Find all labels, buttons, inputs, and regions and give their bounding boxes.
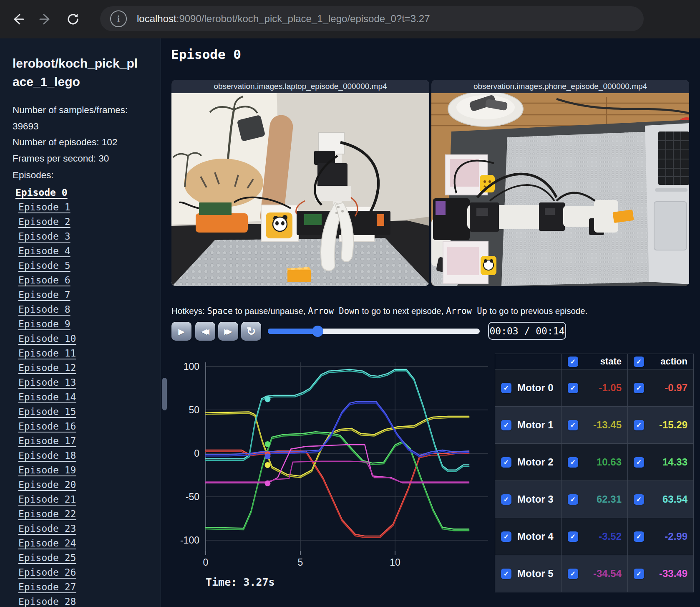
motor-1-state-checkbox[interactable]: ✓ <box>568 420 578 430</box>
motor-5-state-checkbox[interactable]: ✓ <box>568 569 578 579</box>
episode-link-2[interactable]: Episode 2 <box>18 216 71 227</box>
episode-link-14[interactable]: Episode 14 <box>18 392 76 402</box>
motor-name: Motor 4 <box>517 531 554 542</box>
svg-text:-50: -50 <box>186 491 199 502</box>
value: -2.99 <box>665 531 687 542</box>
episode-link-19[interactable]: Episode 19 <box>18 465 76 475</box>
url-bar[interactable]: i localhost:9090/lerobot/koch_pick_place… <box>100 6 644 31</box>
forward-button[interactable] <box>36 10 55 29</box>
value: -33.49 <box>659 568 687 579</box>
episode-link-21[interactable]: Episode 21 <box>18 494 76 505</box>
episode-link-17[interactable]: Episode 17 <box>18 435 76 446</box>
motor-1-checkbox[interactable]: ✓ <box>501 420 511 430</box>
episode-link-5[interactable]: Episode 5 <box>18 260 71 271</box>
state-column-checkbox[interactable]: ✓ <box>568 357 578 367</box>
motor-0-action-checkbox[interactable]: ✓ <box>634 383 644 393</box>
motor-3-action-checkbox[interactable]: ✓ <box>634 494 644 505</box>
motor-1-action-checkbox[interactable]: ✓ <box>634 420 644 430</box>
motor-3-checkbox[interactable]: ✓ <box>501 494 511 505</box>
stat-fps: Frames per second: 30 <box>13 151 138 167</box>
motor-2-action: ✓14.33 <box>628 444 694 481</box>
value: 14.33 <box>662 456 687 468</box>
motor-2-state: ✓10.63 <box>562 444 628 481</box>
episode-link-12[interactable]: Episode 12 <box>18 362 76 373</box>
loop-icon: ↻ <box>247 325 256 338</box>
motor-row-5-label: ✓Motor 5 <box>495 555 562 592</box>
motor-4-checkbox[interactable]: ✓ <box>501 531 511 542</box>
dataset-stats: Number of samples/frames: 39693 Number o… <box>13 102 138 167</box>
rewind-button[interactable]: ◀◀ <box>195 322 215 341</box>
episode-link-20[interactable]: Episode 20 <box>18 479 76 490</box>
motor-3-state-checkbox[interactable]: ✓ <box>568 494 578 505</box>
episode-link-27[interactable]: Episode 27 <box>18 582 76 592</box>
hotkeys-line: Hotkeys: Space to pause/unpause, Arrow D… <box>171 306 587 316</box>
motor-0-state: ✓-1.05 <box>562 369 628 407</box>
motor-5-action-checkbox[interactable]: ✓ <box>634 569 644 579</box>
episode-link-4[interactable]: Episode 4 <box>18 245 71 256</box>
motor-chart[interactable]: 100500-50-1000510 <box>171 355 492 576</box>
motor-row-4-label: ✓Motor 4 <box>495 518 562 555</box>
episode-link-24[interactable]: Episode 24 <box>18 538 76 549</box>
episode-link-15[interactable]: Episode 15 <box>18 406 76 417</box>
episode-link-9[interactable]: Episode 9 <box>18 319 71 329</box>
fast-forward-button[interactable]: ▶▶ <box>218 322 238 341</box>
episode-link-1[interactable]: Episode 1 <box>18 202 71 212</box>
url-text: localhost:9090/lerobot/koch_pick_place_1… <box>137 13 430 25</box>
episode-link-6[interactable]: Episode 6 <box>18 275 71 286</box>
chart-time-label: Time: 3.27s <box>206 576 275 588</box>
scrollbar-thumb[interactable] <box>162 378 167 410</box>
motor-5-action: ✓-33.49 <box>628 555 694 592</box>
episode-link-16[interactable]: Episode 16 <box>18 421 76 432</box>
value: 62.31 <box>597 493 622 505</box>
episode-link-0[interactable]: Episode 0 <box>15 187 68 198</box>
play-button[interactable]: ▶ <box>171 322 191 341</box>
slider-thumb[interactable] <box>312 326 323 337</box>
episode-link-18[interactable]: Episode 18 <box>18 450 76 461</box>
site-info-icon[interactable]: i <box>110 10 127 27</box>
episode-link-10[interactable]: Episode 10 <box>18 333 76 344</box>
video-phone: observation.images.phone_episode_000000.… <box>431 80 689 286</box>
url-path: :9090/lerobot/koch_pick_place_1_lego/epi… <box>176 13 430 24</box>
table-header-state: ✓ state <box>562 354 628 369</box>
value: -34.54 <box>593 568 622 579</box>
episode-link-23[interactable]: Episode 23 <box>18 523 76 534</box>
motor-1-action: ✓-15.29 <box>628 407 694 444</box>
episode-link-22[interactable]: Episode 22 <box>18 508 76 519</box>
url-host: localhost <box>137 13 176 24</box>
reload-button[interactable] <box>63 10 83 29</box>
back-button[interactable] <box>8 10 28 29</box>
episode-link-25[interactable]: Episode 25 <box>18 552 76 563</box>
hotkeys-text: to go to next episode, <box>360 306 446 316</box>
episode-link-7[interactable]: Episode 7 <box>18 289 71 300</box>
seek-slider[interactable] <box>268 325 480 338</box>
motor-0-checkbox[interactable]: ✓ <box>501 383 511 393</box>
loop-button[interactable]: ↻ <box>241 322 261 341</box>
table-header-empty <box>495 354 562 369</box>
action-column-checkbox[interactable]: ✓ <box>634 357 644 367</box>
forward-icon <box>38 12 53 26</box>
hotkeys-text: Hotkeys: <box>171 306 207 316</box>
motor-4-state-checkbox[interactable]: ✓ <box>568 531 578 542</box>
motor-name: Motor 1 <box>517 419 554 431</box>
episode-link-28[interactable]: Episode 28 <box>18 596 76 607</box>
hotkey-key: Arrow Down <box>308 306 359 316</box>
motor-2-action-checkbox[interactable]: ✓ <box>634 457 644 468</box>
motor-5-checkbox[interactable]: ✓ <box>501 569 511 579</box>
episode-link-13[interactable]: Episode 13 <box>18 377 76 388</box>
motor-0-state-checkbox[interactable]: ✓ <box>568 383 578 393</box>
episode-link-26[interactable]: Episode 26 <box>18 567 76 578</box>
motor-4-action: ✓-2.99 <box>628 518 694 555</box>
motor-4-action-checkbox[interactable]: ✓ <box>634 531 644 542</box>
main-content: Episode 0 observation.images.laptop_epis… <box>161 38 700 607</box>
episode-link-3[interactable]: Episode 3 <box>18 231 71 242</box>
value: -3.52 <box>599 531 622 542</box>
motor-row-1-label: ✓Motor 1 <box>495 407 562 444</box>
episode-link-11[interactable]: Episode 11 <box>18 348 76 359</box>
episode-link-8[interactable]: Episode 8 <box>18 304 71 315</box>
motor-2-state-checkbox[interactable]: ✓ <box>568 457 578 468</box>
motor-3-state: ✓62.31 <box>562 481 628 518</box>
motor-name: Motor 5 <box>517 568 554 579</box>
stat-samples: Number of samples/frames: 39693 <box>13 102 138 134</box>
value: -0.97 <box>665 382 687 394</box>
motor-2-checkbox[interactable]: ✓ <box>501 457 511 468</box>
